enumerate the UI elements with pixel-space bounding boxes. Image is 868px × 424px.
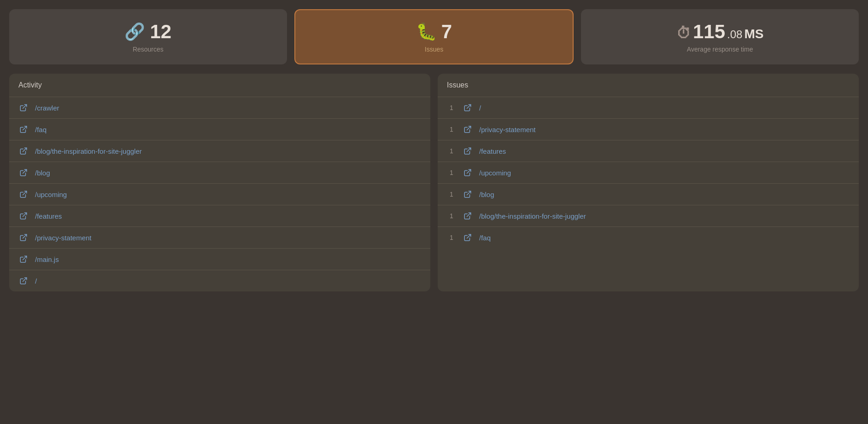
activity-panel: Activity /crawler /faq [9, 74, 430, 291]
svg-line-3 [23, 169, 27, 173]
activity-list-item[interactable]: /blog [9, 162, 430, 184]
activity-list-item[interactable]: /main.js [9, 249, 430, 270]
activity-list-item[interactable]: /blog/the-inspiration-for-site-juggler [9, 140, 430, 162]
svg-line-8 [23, 278, 27, 281]
svg-line-13 [467, 191, 471, 195]
external-link-icon [18, 124, 29, 134]
issues-list-item[interactable]: 1 /upcoming [438, 162, 859, 184]
top-cards-section: 🔗 12 Resources 🐛 7 Issues ⏱ 115 .08 MS A… [9, 9, 859, 64]
issue-count: 1 [447, 126, 456, 133]
external-link-icon [18, 189, 29, 199]
issue-path[interactable]: /upcoming [479, 169, 511, 177]
activity-path[interactable]: /main.js [35, 256, 59, 263]
svg-line-10 [467, 126, 471, 130]
response-time-card[interactable]: ⏱ 115 .08 MS Average response time [581, 9, 859, 64]
activity-path[interactable]: /blog/the-inspiration-for-site-juggler [35, 147, 142, 155]
issues-list-item[interactable]: 1 /blog [438, 184, 859, 205]
issue-path[interactable]: /blog/the-inspiration-for-site-juggler [479, 212, 586, 220]
response-time-value: ⏱ 115 .08 MS [676, 21, 763, 43]
external-link-icon [18, 146, 29, 156]
issues-panel-header: Issues [438, 74, 859, 97]
activity-list: /crawler /faq /blog/the-inspiration-for-… [9, 97, 430, 291]
bug-icon: 🐛 [416, 22, 437, 41]
svg-line-2 [23, 148, 27, 151]
svg-line-7 [23, 256, 27, 260]
resources-value: 🔗 12 [124, 21, 171, 43]
svg-line-12 [467, 169, 471, 173]
activity-header: Activity [9, 74, 430, 97]
response-time-label: Average response time [687, 46, 753, 53]
issues-value: 🐛 7 [416, 21, 452, 43]
external-link-icon [18, 103, 29, 113]
activity-path[interactable]: /crawler [35, 104, 59, 112]
link-icon: 🔗 [124, 22, 145, 41]
issue-path[interactable]: /faq [479, 234, 491, 242]
issues-list-item[interactable]: 1 / [438, 97, 859, 119]
issues-label: Issues [425, 46, 443, 53]
external-link-icon [18, 232, 29, 243]
svg-line-14 [467, 213, 471, 216]
resources-label: Resources [133, 46, 164, 53]
activity-list-item[interactable]: /crawler [9, 97, 430, 119]
svg-line-5 [23, 213, 27, 216]
activity-path[interactable]: /upcoming [35, 191, 67, 198]
external-link-icon [463, 146, 473, 156]
svg-line-4 [23, 191, 27, 195]
svg-line-11 [467, 148, 471, 151]
issue-count: 1 [447, 104, 456, 111]
activity-list-item[interactable]: /upcoming [9, 184, 430, 205]
issues-list: 1 / 1 /privacy-statement 1 [438, 97, 859, 248]
external-link-icon [18, 276, 29, 286]
activity-list-item[interactable]: /faq [9, 119, 430, 140]
external-link-icon [18, 168, 29, 178]
issues-list-item[interactable]: 1 /blog/the-inspiration-for-site-juggler [438, 205, 859, 227]
activity-list-item[interactable]: /features [9, 205, 430, 227]
external-link-icon [463, 103, 473, 113]
external-link-icon [463, 232, 473, 243]
issue-count: 1 [447, 147, 456, 155]
external-link-icon [463, 189, 473, 199]
issue-count: 1 [447, 234, 456, 241]
issues-panel: Issues 1 / 1 /privacy-statement [438, 74, 859, 291]
activity-path[interactable]: / [35, 277, 37, 285]
issue-path[interactable]: /privacy-statement [479, 126, 536, 134]
activity-path[interactable]: /privacy-statement [35, 234, 92, 242]
issue-path[interactable]: /blog [479, 191, 494, 198]
activity-path[interactable]: /blog [35, 169, 50, 177]
activity-list-item[interactable]: / [9, 270, 430, 291]
svg-line-0 [23, 105, 27, 108]
svg-line-15 [467, 234, 471, 238]
timer-icon: ⏱ [676, 25, 691, 42]
external-link-icon [463, 211, 473, 221]
issue-count: 1 [447, 169, 456, 176]
issue-count: 1 [447, 191, 456, 198]
activity-list-item[interactable]: /privacy-statement [9, 227, 430, 249]
svg-line-9 [467, 105, 471, 108]
issues-list-item[interactable]: 1 /features [438, 140, 859, 162]
issue-count: 1 [447, 212, 456, 220]
issues-list-item[interactable]: 1 /faq [438, 227, 859, 248]
external-link-icon [18, 254, 29, 264]
activity-path[interactable]: /faq [35, 126, 47, 134]
bottom-panels: Activity /crawler /faq [9, 74, 859, 291]
issues-card[interactable]: 🐛 7 Issues [294, 9, 574, 64]
svg-line-1 [23, 126, 27, 130]
external-link-icon [463, 124, 473, 134]
external-link-icon [463, 168, 473, 178]
svg-line-6 [23, 234, 27, 238]
issues-list-item[interactable]: 1 /privacy-statement [438, 119, 859, 140]
resources-card[interactable]: 🔗 12 Resources [9, 9, 287, 64]
issue-path[interactable]: /features [479, 147, 506, 155]
issue-path[interactable]: / [479, 104, 481, 112]
external-link-icon [18, 211, 29, 221]
activity-path[interactable]: /features [35, 212, 62, 220]
